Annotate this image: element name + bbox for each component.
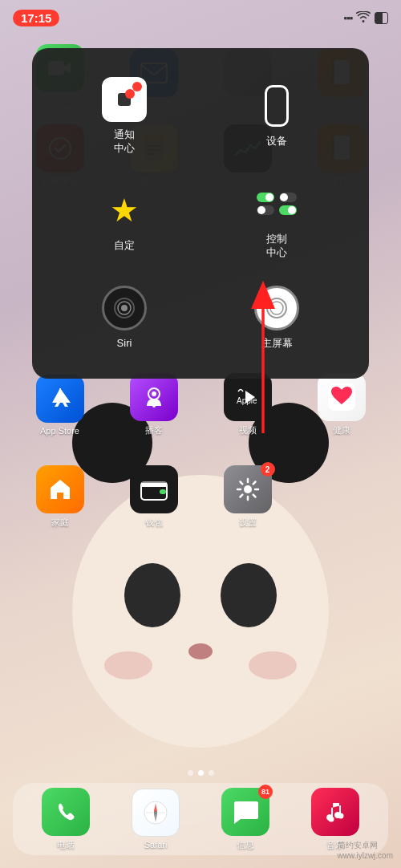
svg-point-22 xyxy=(152,391,156,396)
page-dot-1 xyxy=(188,770,193,776)
menu-item-device[interactable]: 设备 xyxy=(200,64,353,168)
control-center-icon xyxy=(254,181,299,226)
svg-rect-27 xyxy=(141,482,167,487)
svg-marker-20 xyxy=(251,281,275,309)
app-health[interactable]: 健康 xyxy=(314,373,370,436)
device-icon xyxy=(254,83,299,128)
app-appstore[interactable]: App Store xyxy=(32,375,88,436)
menu-item-customize[interactable]: ★ 自定 xyxy=(48,168,200,273)
notification-center-label: 通知中心 xyxy=(114,128,135,156)
device-label: 设备 xyxy=(266,135,287,148)
dock-safari[interactable]: Safari xyxy=(128,789,184,850)
app-wallet-label: 钱包 xyxy=(145,517,163,529)
customize-label: 自定 xyxy=(114,239,135,253)
app-home[interactable]: 家庭 xyxy=(32,465,88,529)
app-wallet[interactable]: 钱包 xyxy=(126,465,182,529)
app-settings-label: 设置 xyxy=(239,517,257,529)
status-time: 17:15 xyxy=(13,10,59,26)
apps-row-4: 家庭 钱包 2 设置 xyxy=(0,465,401,529)
dock-messages-label: 信息 xyxy=(237,839,254,851)
dock-messages[interactable]: 81 信息 xyxy=(217,788,273,851)
dock-safari-label: Safari xyxy=(144,840,168,850)
svg-rect-23 xyxy=(152,401,156,408)
control-center-label: 控制中心 xyxy=(266,233,287,260)
svg-point-13 xyxy=(125,89,135,99)
siri-icon xyxy=(102,286,147,331)
svg-point-30 xyxy=(244,485,252,493)
menu-item-notification[interactable]: 通知中心 xyxy=(48,64,200,168)
dock-phone-label: 电话 xyxy=(57,839,75,851)
dock: 电话 Safari 81 信息 xyxy=(13,783,388,855)
context-menu: 通知中心 设备 ★ 自定 控制中心 xyxy=(32,48,369,379)
siri-label: Siri xyxy=(117,337,132,351)
battery-icon: ▓ xyxy=(375,12,388,24)
app-empty-4 xyxy=(314,472,370,523)
app-podcasts-label: 播客 xyxy=(145,424,163,436)
wifi-icon xyxy=(356,11,371,25)
page-dots xyxy=(0,770,401,776)
svg-point-39 xyxy=(338,813,344,818)
customize-icon: ★ xyxy=(102,188,147,233)
red-arrow xyxy=(239,273,287,449)
app-podcasts[interactable]: 播客 xyxy=(126,373,182,436)
wallpaper-panda xyxy=(0,379,401,764)
app-home-label: 家庭 xyxy=(51,517,69,529)
app-appstore-label: App Store xyxy=(40,426,79,436)
svg-point-38 xyxy=(329,816,334,821)
watermark: 简约安卓网 www.iylzwj.com xyxy=(338,840,393,860)
messages-badge: 81 xyxy=(258,785,273,799)
page-dot-2 xyxy=(198,770,204,776)
notification-center-icon xyxy=(102,77,147,122)
menu-item-siri[interactable]: Siri xyxy=(48,273,200,363)
svg-rect-28 xyxy=(160,489,166,494)
status-bar: 17:15 ▪▪▪ ▓ xyxy=(0,0,401,35)
app-settings[interactable]: 2 设置 xyxy=(220,465,276,529)
svg-point-16 xyxy=(121,305,128,311)
page-dot-3 xyxy=(209,770,214,776)
apps-row-3: App Store 播客 Apple 视频 xyxy=(0,373,401,436)
app-health-label: 健康 xyxy=(333,424,350,436)
dock-phone[interactable]: 电话 xyxy=(38,788,94,851)
menu-item-controlcenter[interactable]: 控制中心 xyxy=(200,168,353,273)
settings-badge: 2 xyxy=(261,462,275,477)
signal-icon: ▪▪▪ xyxy=(344,12,353,24)
status-icons: ▪▪▪ ▓ xyxy=(344,11,388,25)
